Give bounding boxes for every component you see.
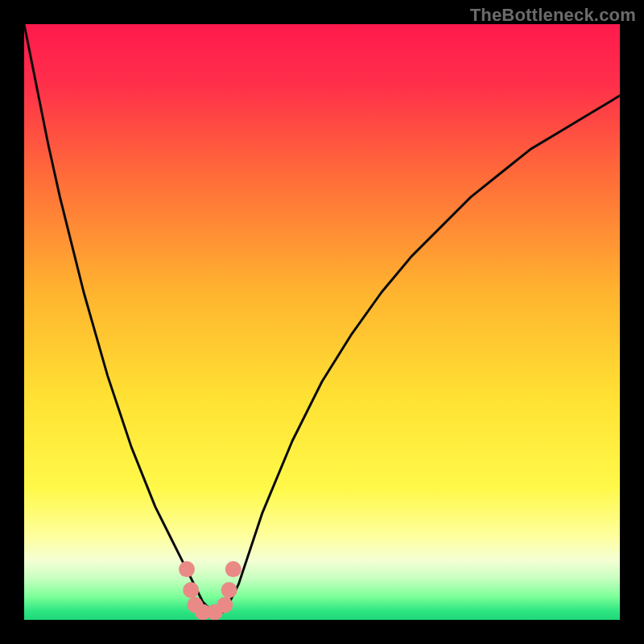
chart-frame: TheBottleneck.com: [0, 0, 644, 644]
marker-left-mid: [183, 582, 199, 598]
plot-area: [24, 24, 620, 620]
marker-left-top: [179, 561, 195, 577]
bottleneck-curve: [24, 24, 620, 614]
curve-layer: [24, 24, 620, 620]
trough-markers: [179, 561, 242, 620]
watermark-text: TheBottleneck.com: [470, 5, 636, 26]
marker-right-top: [225, 561, 242, 577]
marker-right-mid: [221, 582, 237, 598]
marker-right-bottom: [217, 597, 233, 613]
